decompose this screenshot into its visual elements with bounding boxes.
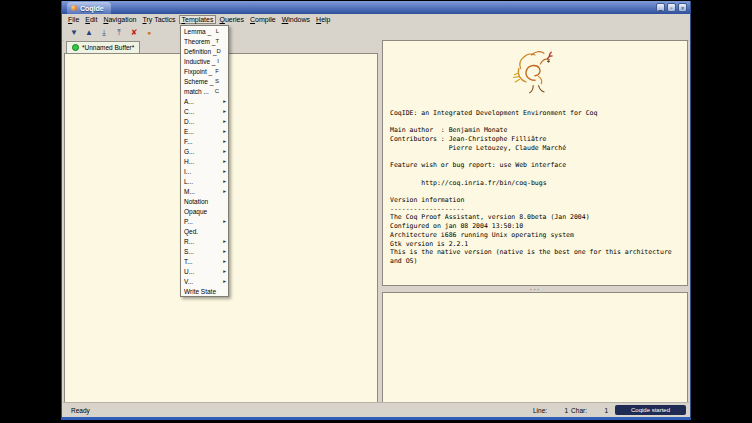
menu-item-accel: D	[217, 48, 223, 54]
menu-item-accel: I	[217, 58, 221, 64]
menu-item-qed[interactable]: Qed.	[181, 226, 228, 236]
menu-item-i[interactable]: I...▸	[181, 166, 228, 176]
submenu-arrow-icon: ▸	[221, 168, 226, 174]
menu-item-accel: T	[215, 38, 221, 44]
menu-item-label: H...	[184, 158, 219, 165]
submenu-arrow-icon: ▸	[221, 128, 226, 134]
menubar-item-edit[interactable]: Edit	[82, 15, 100, 24]
menubar-item-templates[interactable]: Templates	[179, 15, 217, 24]
break-button[interactable]: ●	[143, 27, 155, 39]
menu-item-g[interactable]: G...▸	[181, 146, 228, 156]
toolbar: ▼ ▲ ⤓ ⤒ ✘ ●	[63, 25, 689, 41]
menubar-item-windows[interactable]: Windows	[279, 15, 313, 24]
statusbar: Ready Line: 1 Char: 1 Coqide started	[63, 402, 689, 417]
menu-item-label: Definition _	[184, 48, 217, 55]
buffer-status-icon	[72, 44, 79, 51]
title-tab: Coqide	[67, 2, 111, 14]
right-column: CoqIDE: an Integrated Development Enviro…	[382, 40, 688, 403]
window-title: Coqide	[80, 5, 104, 12]
menu-item-l[interactable]: L...▸	[181, 176, 228, 186]
menu-item-notation[interactable]: Notation	[181, 196, 228, 206]
interrupt-button[interactable]: ✘	[128, 27, 140, 39]
menu-item-v[interactable]: V...▸	[181, 276, 228, 286]
menubar: File Edit Navigation Try Tactics Templat…	[63, 14, 689, 25]
logo-wrap	[383, 41, 687, 103]
submenu-arrow-icon: ▸	[221, 238, 226, 244]
message-pane[interactable]	[382, 292, 688, 403]
menubar-item-help[interactable]: Help	[313, 15, 333, 24]
menu-item-label: T...	[184, 258, 219, 265]
menu-item-fixpoint[interactable]: Fixpoint _F	[181, 66, 228, 76]
menu-item-opaque[interactable]: Opaque	[181, 206, 228, 216]
menu-item-label: E...	[184, 128, 219, 135]
goal-pane[interactable]: CoqIDE: an Integrated Development Enviro…	[382, 40, 688, 286]
menu-item-d[interactable]: D...▸	[181, 116, 228, 126]
window-controls: ▁ ▫ ✕	[656, 3, 687, 12]
menu-item-h[interactable]: H...▸	[181, 156, 228, 166]
submenu-arrow-icon: ▸	[221, 158, 226, 164]
menubar-item-navigation[interactable]: Navigation	[100, 15, 139, 24]
maximize-button[interactable]: ▫	[667, 3, 676, 12]
minimize-button[interactable]: ▁	[656, 3, 665, 12]
menu-item-p[interactable]: P...▸	[181, 216, 228, 226]
menu-item-label: Notation	[184, 198, 219, 205]
menu-item-label: Lemma _	[184, 28, 216, 35]
menu-item-t[interactable]: T...▸	[181, 256, 228, 266]
menu-item-label: M...	[184, 188, 219, 195]
go-to-end-button[interactable]: ⤓	[98, 27, 110, 39]
submenu-arrow-icon: ▸	[221, 248, 226, 254]
submenu-arrow-icon: ▸	[221, 278, 226, 284]
tab-label: *Unnamed Buffer*	[82, 44, 134, 51]
submenu-arrow-icon: ▸	[221, 148, 226, 154]
menu-item-accel: S	[215, 78, 221, 84]
menubar-item-try-tactics[interactable]: Try Tactics	[139, 15, 178, 24]
menu-item-label: match ...	[184, 88, 215, 95]
status-ready-text: Ready	[63, 407, 533, 414]
status-message-badge: Coqide started	[615, 405, 686, 415]
menu-item-a[interactable]: A...▸	[181, 96, 228, 106]
menu-item-theorem[interactable]: Theorem _T	[181, 36, 228, 46]
menu-item-r[interactable]: R...▸	[181, 236, 228, 246]
line-label: Line:	[533, 407, 547, 414]
menu-item-label: Theorem _	[184, 38, 215, 45]
tab-unnamed-buffer[interactable]: *Unnamed Buffer*	[66, 41, 140, 53]
menubar-item-queries[interactable]: Queries	[216, 15, 247, 24]
menu-item-match[interactable]: match ...C	[181, 86, 228, 96]
go-to-start-button[interactable]: ⤒	[113, 27, 125, 39]
menu-item-inductive[interactable]: Inductive _I	[181, 56, 228, 66]
menu-item-m[interactable]: M...▸	[181, 186, 228, 196]
menu-item-s[interactable]: S...▸	[181, 246, 228, 256]
splitter-handle-icon: ···	[530, 287, 541, 292]
menu-item-label: Inductive _	[184, 58, 217, 65]
menu-item-f[interactable]: F...▸	[181, 136, 228, 146]
menu-item-lemma[interactable]: Lemma _L	[181, 26, 228, 36]
screen: Coqide ▁ ▫ ✕ File Edit Navigation Try Ta…	[0, 0, 752, 423]
char-label: Char:	[571, 407, 587, 414]
menu-item-scheme[interactable]: Scheme _S	[181, 76, 228, 86]
menubar-item-file[interactable]: File	[65, 15, 82, 24]
menu-item-c[interactable]: C...▸	[181, 106, 228, 116]
go-backward-button[interactable]: ▲	[83, 27, 95, 39]
line-value: 1	[550, 407, 568, 414]
about-text: CoqIDE: an Integrated Development Enviro…	[383, 103, 687, 266]
menu-item-label: Opaque	[184, 208, 219, 215]
menu-item-e[interactable]: E...▸	[181, 126, 228, 136]
titlebar[interactable]: Coqide ▁ ▫ ✕	[62, 1, 690, 14]
close-button[interactable]: ✕	[678, 3, 687, 12]
menu-item-label: A...	[184, 98, 219, 105]
menu-item-label: V...	[184, 278, 219, 285]
coq-rooster-logo-icon	[508, 45, 562, 101]
menu-item-definition[interactable]: Definition _D	[181, 46, 228, 56]
go-forward-button[interactable]: ▼	[68, 27, 80, 39]
statusbar-right: Line: 1 Char: 1 Coqide started	[533, 405, 689, 415]
menu-item-u[interactable]: U...▸	[181, 266, 228, 276]
submenu-arrow-icon: ▸	[221, 188, 226, 194]
menu-item-label: G...	[184, 148, 219, 155]
menu-item-label: C...	[184, 108, 219, 115]
menubar-item-compile[interactable]: Compile	[247, 15, 279, 24]
menu-item-label: R...	[184, 238, 219, 245]
menu-item-label: F...	[184, 138, 219, 145]
char-value: 1	[590, 407, 608, 414]
submenu-arrow-icon: ▸	[221, 268, 226, 274]
menu-item-write-state[interactable]: Write State	[181, 286, 228, 296]
